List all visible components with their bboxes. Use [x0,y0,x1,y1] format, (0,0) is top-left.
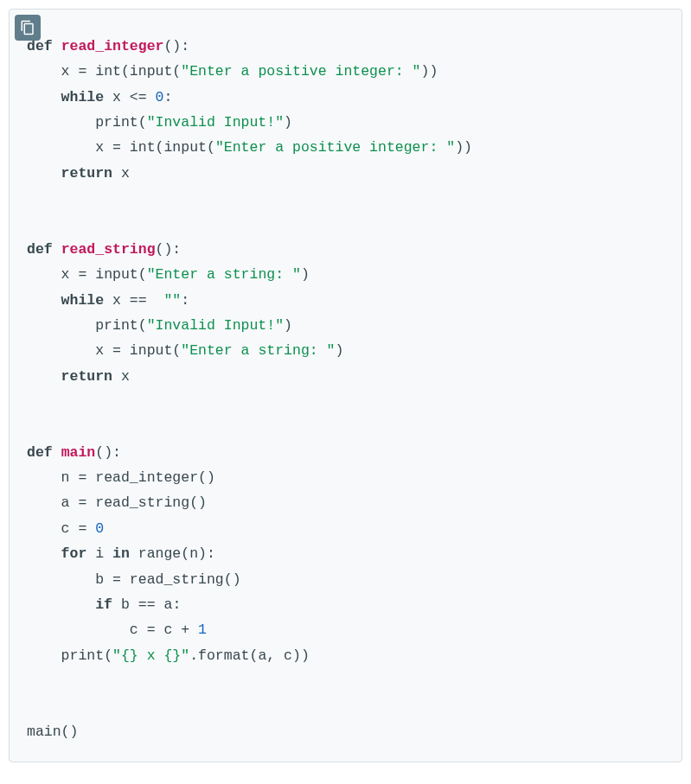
code-token: x [61,63,79,80]
code-token: b [112,596,138,613]
code-token: ( [121,63,130,80]
code-token [27,647,61,664]
code-token: = [147,621,156,638]
code-token: ) [336,342,344,359]
copy-button[interactable] [15,15,41,41]
code-token: "" [163,292,181,309]
code-token: ( [172,342,181,359]
code-token: () [198,469,215,486]
code-token: "Invalid Input!" [147,317,284,334]
code-token: main [27,723,61,740]
code-token [27,494,61,511]
code-token [86,520,95,537]
code-token [53,444,61,461]
code-token: (): [95,444,121,461]
code-token [27,139,95,156]
code-token: ( [156,139,164,156]
code-token: in [112,545,130,562]
code-token: )) [292,647,310,664]
code-token: b [95,571,112,588]
code-token: () [61,723,79,740]
code-token: "Enter a string: " [147,266,301,283]
code-token: ( [138,317,147,334]
code-token: x [104,89,130,105]
code-token [27,596,95,613]
code-token: () [224,571,241,588]
code-token: c [61,520,79,537]
code-token: = [78,469,86,486]
code-token: ( [249,647,258,664]
code-token: == [130,292,147,309]
code-token: n [61,469,79,486]
code-token: ): [198,545,215,562]
code-token: = [78,520,86,537]
code-token [27,469,61,486]
code-token [27,292,61,309]
code-token: ) [284,114,292,131]
clipboard-icon [20,20,35,35]
code-token [27,165,61,182]
code-content: def read_integer(): x = int(input("Enter… [27,34,664,744]
code-token: 1 [198,621,207,638]
code-token: input [130,63,173,80]
code-token: : [163,89,172,105]
code-token: print [61,647,105,664]
code-token: 0 [95,520,104,537]
code-token: range [130,545,181,562]
code-token: "Enter a positive integer: " [215,139,455,156]
code-token: a [258,647,266,664]
code-token: "Invalid Input!" [147,114,284,131]
code-token: x [61,266,79,283]
code-token: x [112,165,130,182]
code-token [147,292,164,309]
code-token: return [61,165,112,182]
code-token: for [61,545,87,562]
code-token: int [121,139,156,156]
code-token: n [189,545,198,562]
code-token: , [266,647,284,664]
code-token: == [138,596,156,613]
code-token: def [27,241,53,258]
code-token: : [172,596,181,613]
code-token: "Enter a positive integer: " [181,63,420,80]
code-token [27,114,95,131]
code-token: x [104,292,130,309]
code-token [27,63,61,80]
code-token: while [61,292,105,309]
code-token: while [61,89,105,105]
code-token [27,317,95,334]
code-token: def [27,444,53,461]
code-token: read_integer [61,38,164,54]
code-token: x [95,139,112,156]
code-token: )) [421,63,438,80]
code-token: c [156,621,182,638]
code-token: format [198,647,249,664]
code-token: c [130,621,147,638]
code-token: = [112,571,121,588]
code-token: () [189,494,207,511]
code-token [27,266,61,283]
code-token [189,621,198,638]
code-token: i [86,545,112,562]
code-token: ( [172,63,181,80]
code-token: ( [138,266,147,283]
code-token: input [86,266,138,283]
code-token: = [112,342,121,359]
code-token: read_integer [86,469,198,486]
code-token: ( [104,647,112,664]
code-token: if [95,596,112,613]
code-token: c [284,647,292,664]
code-token: print [95,114,138,131]
code-token: <= [130,89,147,105]
code-block: def read_integer(): x = int(input("Enter… [9,9,682,762]
code-token: read_string [61,241,156,258]
code-token: main [61,444,96,461]
code-token [27,342,95,359]
code-token: 0 [156,89,164,105]
code-token: input [121,342,172,359]
code-token: ( [207,139,215,156]
code-token: ( [138,114,147,131]
code-token [27,571,95,588]
code-token [27,621,130,638]
code-token [53,38,61,54]
